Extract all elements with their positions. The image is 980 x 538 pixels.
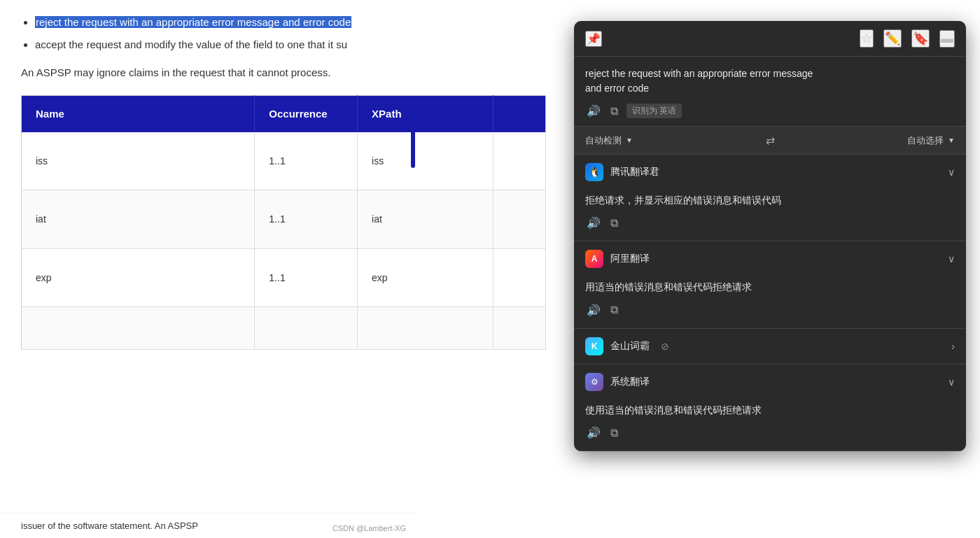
header-extra <box>493 96 545 133</box>
header-xpath: XPath <box>358 96 493 133</box>
lang-badge: 识别为 英语 <box>626 104 682 118</box>
tencent-audio-button[interactable]: 🔊 <box>585 215 602 231</box>
system-header-left: ⚙ 系统翻译 <box>585 373 650 391</box>
ali-toggle[interactable]: ∨ <box>948 253 955 264</box>
cell-name-empty <box>22 307 255 350</box>
edit-button[interactable]: ✏️ <box>883 29 902 48</box>
tencent-toggle[interactable]: ∨ <box>948 167 955 178</box>
ali-name: 阿里翻译 <box>610 253 650 265</box>
bullet-item-1: reject the request with an appropriate e… <box>35 14 546 31</box>
cell-occurrence-iss: 1..1 <box>255 132 358 190</box>
system-copy-button[interactable]: ⧉ <box>609 425 620 441</box>
ali-service: A 阿里翻译 ∨ 用适当的错误消息和错误代码拒绝请求 🔊 ⧉ <box>574 241 966 328</box>
cell-occurrence-exp: 1..1 <box>255 248 358 306</box>
cell-extra-exp <box>493 248 545 306</box>
ali-body: 用适当的错误消息和错误代码拒绝请求 🔊 ⧉ <box>574 276 966 327</box>
bullet-1-highlight: reject the request with an appropriate e… <box>35 16 351 28</box>
system-icon: ⚙ <box>585 373 603 391</box>
source-copy-button[interactable]: ⧉ <box>609 104 620 119</box>
jinshan-service: K 金山词霸 ⊘ › <box>574 329 966 364</box>
menu-button[interactable]: ▬ <box>939 30 955 48</box>
system-service-header[interactable]: ⚙ 系统翻译 ∨ <box>574 364 966 399</box>
jinshan-disabled-badge: ⊘ <box>661 341 669 352</box>
popup-topbar: 📌 ☆ ✏️ 🔖 ▬ <box>574 21 966 57</box>
star-button[interactable]: ☆ <box>860 29 874 48</box>
ali-service-header[interactable]: A 阿里翻译 ∨ <box>574 241 966 276</box>
popup-lang-bar: 自动检测 ▼ ⇄ 自动选择 ▼ <box>574 126 966 155</box>
tencent-copy-button[interactable]: ⧉ <box>609 215 620 231</box>
ali-copy-button[interactable]: ⧉ <box>609 302 620 318</box>
system-body: 使用适当的错误消息和错误代码拒绝请求 🔊 ⧉ <box>574 399 966 451</box>
csdn-credit: CSDN @Lambert-XG <box>332 524 406 532</box>
auto-detect-arrow: ▼ <box>626 136 633 144</box>
ali-translation: 用适当的错误消息和错误代码拒绝请求 <box>585 279 955 295</box>
table-header-row: Name Occurrence XPath <box>22 96 546 133</box>
cell-xpath-empty <box>358 307 493 350</box>
scroll-indicator <box>411 126 415 168</box>
system-service: ⚙ 系统翻译 ∨ 使用适当的错误消息和错误代码拒绝请求 🔊 ⧉ <box>574 364 966 451</box>
table-row: iss 1..1 iss <box>22 132 546 190</box>
jinshan-toggle[interactable]: › <box>951 341 955 352</box>
auto-select-arrow: ▼ <box>948 136 955 144</box>
tencent-translation: 拒绝请求，并显示相应的错误消息和错误代码 <box>585 192 955 208</box>
jinshan-service-header[interactable]: K 金山词霸 ⊘ › <box>574 329 966 364</box>
ali-audio-button[interactable]: 🔊 <box>585 302 602 318</box>
cell-xpath-exp: exp <box>358 248 493 306</box>
source-audio-button[interactable]: 🔊 <box>585 103 602 119</box>
cell-occurrence-empty <box>255 307 358 350</box>
system-audio-button[interactable]: 🔊 <box>585 425 602 441</box>
swap-icon[interactable]: ⇄ <box>766 134 775 147</box>
system-toggle[interactable]: ∨ <box>948 376 955 388</box>
pin-button[interactable]: 📌 <box>585 31 602 47</box>
cell-extra-iat <box>493 190 545 248</box>
popup-source-actions: 🔊 ⧉ 识别为 英语 <box>585 103 955 119</box>
popup-results: 🐧 腾讯翻译君 ∨ 拒绝请求，并显示相应的错误消息和错误代码 🔊 ⧉ A 阿里翻… <box>574 155 966 451</box>
tencent-name: 腾讯翻译君 <box>610 166 659 178</box>
bullet-list: reject the request with an appropriate e… <box>21 14 546 53</box>
cell-xpath-iat: iat <box>358 190 493 248</box>
bookmark-button[interactable]: 🔖 <box>911 29 930 48</box>
tencent-body: 拒绝请求，并显示相应的错误消息和错误代码 🔊 ⧉ <box>574 190 966 241</box>
auto-select-selector[interactable]: 自动选择 ▼ <box>907 134 955 147</box>
cell-xpath-iss: iss <box>358 132 493 190</box>
cell-extra-empty <box>493 307 545 350</box>
table-row: iat 1..1 iat <box>22 190 546 248</box>
translation-popup: 📌 ☆ ✏️ 🔖 ▬ reject the request with an ap… <box>574 21 966 451</box>
popup-source-text: reject the request with an appropriate e… <box>585 66 955 96</box>
data-table: Name Occurrence XPath iss 1..1 iss iat 1… <box>21 95 546 350</box>
ali-icon: A <box>585 250 603 268</box>
cell-name-iat: iat <box>22 190 255 248</box>
system-translation: 使用适当的错误消息和错误代码拒绝请求 <box>585 402 955 418</box>
cell-name-exp: exp <box>22 248 255 306</box>
popup-source: reject the request with an appropriate e… <box>574 57 966 126</box>
system-name: 系统翻译 <box>610 376 650 388</box>
cell-extra-iss <box>493 132 545 190</box>
tencent-service: 🐧 腾讯翻译君 ∨ 拒绝请求，并显示相应的错误消息和错误代码 🔊 ⧉ <box>574 155 966 241</box>
auto-select-label: 自动选择 <box>907 134 944 147</box>
auto-detect-selector[interactable]: 自动检测 ▼ <box>585 134 633 147</box>
cell-occurrence-iat: 1..1 <box>255 190 358 248</box>
jinshan-icon: K <box>585 337 603 355</box>
cell-name-iss: iss <box>22 132 255 190</box>
jinshan-name: 金山词霸 <box>610 340 650 353</box>
bullet-2-text: accept the request and modify the value … <box>35 38 347 50</box>
bullet-item-2: accept the request and modify the value … <box>35 36 546 53</box>
tencent-actions: 🔊 ⧉ <box>585 215 955 231</box>
tencent-icon: 🐧 <box>585 163 603 181</box>
header-name: Name <box>22 96 255 133</box>
jinshan-header-left: K 金山词霸 ⊘ <box>585 337 669 355</box>
ali-header-left: A 阿里翻译 <box>585 250 650 268</box>
popup-topbar-icons: ☆ ✏️ 🔖 ▬ <box>860 29 955 48</box>
main-content: reject the request with an appropriate e… <box>0 0 567 364</box>
ali-actions: 🔊 ⧉ <box>585 302 955 318</box>
header-occurrence: Occurrence <box>255 96 358 133</box>
tencent-header-left: 🐧 腾讯翻译君 <box>585 163 659 181</box>
system-actions: 🔊 ⧉ <box>585 425 955 441</box>
aspsp-paragraph: An ASPSP may ignore claims in the reques… <box>21 64 546 81</box>
table-row: exp 1..1 exp <box>22 248 546 306</box>
auto-detect-label: 自动检测 <box>585 134 622 147</box>
table-row <box>22 307 546 350</box>
tencent-service-header[interactable]: 🐧 腾讯翻译君 ∨ <box>574 155 966 190</box>
